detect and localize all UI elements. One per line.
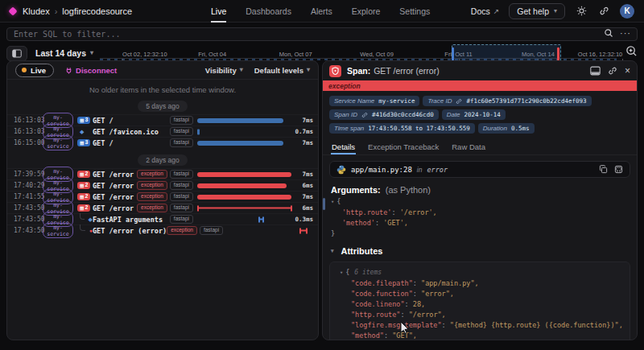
breadcrumb-project[interactable]: logfirecodesource <box>62 6 132 16</box>
breadcrumb-org[interactable]: Kludex <box>23 6 50 16</box>
zoom-in-button[interactable] <box>625 45 638 60</box>
span-count-badge[interactable]: ⊞2 <box>77 204 90 212</box>
get-help-button[interactable]: Get help ▾ <box>509 3 565 19</box>
theme-toggle-button[interactable] <box>575 5 588 18</box>
close-icon[interactable]: × <box>625 66 630 76</box>
top-bar: Kludex › logfirecodesource Live Dashboar… <box>0 0 644 23</box>
service-tag: my-service <box>43 223 73 238</box>
meta-service-name: Service Namemy-service <box>329 96 419 106</box>
attributes-heading[interactable]: ▾ Attributes <box>323 239 637 257</box>
copy-icon[interactable] <box>599 165 608 174</box>
code-frame-row[interactable]: app/main.py:28 in error <box>329 161 630 178</box>
fastapi-tag: fastapi <box>170 170 193 179</box>
duration-bar <box>197 183 287 188</box>
span-count-badge[interactable]: ⊞2 <box>77 193 90 200</box>
arguments-heading: Arguments: (as Python) <box>323 178 637 196</box>
collapse-caret-icon: ▾ <box>331 248 334 254</box>
levels-dropdown[interactable]: Default levels ▾ <box>254 66 310 75</box>
live-feed-header: Live Disconnect Visibility ▾ Default lev… <box>7 61 318 80</box>
python-icon <box>336 165 346 175</box>
tab-settings[interactable]: Settings <box>399 0 430 23</box>
duration-track <box>197 138 292 148</box>
tab-exception-traceback[interactable]: Exception Traceback <box>367 139 440 154</box>
log-row-child[interactable]: 17:43:50 my-service ● GET /error (error)… <box>7 224 318 236</box>
tab-details[interactable]: Details <box>331 139 356 154</box>
share-link-button[interactable] <box>597 5 610 18</box>
tree-connector <box>80 224 85 231</box>
time-range-dropdown[interactable]: Last 14 days ▾ <box>35 48 93 58</box>
tab-raw-data[interactable]: Raw Data <box>451 139 486 154</box>
meta-time-span: Time span17:43:50.558 to 17:43:50.559 <box>329 123 475 134</box>
duration-bar <box>197 118 283 123</box>
frame-file-path: app/main.py:28 <box>351 166 412 174</box>
duration-label: 7ms <box>292 139 313 146</box>
attr-key: "code.filepath" <box>351 279 413 287</box>
attributes-code-box: ▾{6 items "code.filepath": "app/main.py"… <box>329 261 630 340</box>
meta-span-id[interactable]: Span ID#416d30c0ccd46cd0 <box>329 109 439 120</box>
live-toggle-button[interactable]: Live <box>15 64 54 77</box>
exception-tag: exception <box>137 181 167 190</box>
timestamp: 16:15:00 <box>14 139 43 146</box>
span-count-badge[interactable]: ⊞2 <box>77 182 90 189</box>
log-row[interactable]: 16:15:00 my-service ⊞3 GET / fastapi 7ms <box>7 137 318 148</box>
service-tag: my-service <box>43 135 73 150</box>
meta-trace-id[interactable]: Trace ID#f1c60e57391d771c290c0b22cd4ef09… <box>423 96 591 106</box>
tab-alerts[interactable]: Alerts <box>311 0 332 23</box>
log-message: GET /error <box>93 182 134 190</box>
duration-label: 0.7ms <box>292 128 313 135</box>
expand-icon: ⊞ <box>80 171 84 178</box>
span-count-badge[interactable]: ⊞2 <box>77 171 90 178</box>
sidebar-toggle-button[interactable] <box>6 46 27 61</box>
span-count-badge[interactable]: ⊞3 <box>77 117 90 124</box>
span-metadata: Service Namemy-service Trace ID#f1c60e57… <box>323 91 637 137</box>
duration-bar <box>197 141 283 146</box>
timestamp: 17:43:50 <box>14 227 43 234</box>
sql-filter-input[interactable] <box>6 27 638 41</box>
arguments-mode-label: (as Python) <box>386 185 431 195</box>
disconnect-button[interactable]: Disconnect <box>65 66 117 75</box>
group-label-2-days-ago: 2 days ago <box>138 154 188 166</box>
expand-icon: ⊞ <box>80 205 84 212</box>
tick-label: Oct 02, 12:32:10 <box>122 51 167 58</box>
github-icon[interactable] <box>614 165 623 174</box>
timestamp: 16:13:03 <box>14 128 43 135</box>
timestamp: 17:43:50 <box>14 204 43 212</box>
user-avatar[interactable]: K <box>620 4 634 19</box>
fastapi-tag: fastapi <box>170 181 193 190</box>
attr-value: "/error", <box>409 311 446 319</box>
duration-bar <box>197 129 200 134</box>
no-older-items-message: No older items in the selected time wind… <box>7 85 318 94</box>
docs-link[interactable]: Docs ↗ <box>471 6 499 16</box>
collapse-caret-icon[interactable]: ▾ <box>331 199 334 205</box>
duration-bar <box>197 195 291 200</box>
link-icon <box>361 112 368 118</box>
fastapi-tag: fastapi <box>170 192 193 201</box>
timeline-selection[interactable] <box>452 44 561 62</box>
panel-scrollbar-thumb[interactable] <box>323 198 325 210</box>
timestamp: 16:13:03 <box>14 117 43 124</box>
tab-explore[interactable]: Explore <box>352 0 381 23</box>
attr-value: 28, <box>413 300 425 308</box>
exception-tag: exception <box>137 192 167 201</box>
tab-live[interactable]: Live <box>211 0 226 23</box>
arg-value: 'GET', <box>383 219 408 227</box>
exception-tag: exception <box>137 170 167 179</box>
search-icon[interactable] <box>604 28 613 38</box>
collapse-caret-icon[interactable]: ▾ <box>340 270 343 276</box>
dock-panel-icon[interactable] <box>590 66 601 76</box>
copy-link-icon[interactable] <box>608 66 617 76</box>
live-status-dot-icon <box>22 68 27 72</box>
exception-tag: exception <box>167 226 197 235</box>
duration-bar <box>197 172 291 177</box>
duration-track <box>197 126 292 137</box>
panel-layout-icon <box>12 49 22 58</box>
visibility-dropdown[interactable]: Visibility ▾ <box>205 66 243 75</box>
expand-icon: ⊞ <box>80 183 84 189</box>
timestamp: 17:40:29 <box>14 182 43 189</box>
tab-dashboards[interactable]: Dashboards <box>246 0 291 23</box>
span-count-badge[interactable]: ⊞3 <box>77 139 90 146</box>
fastapi-tag: fastapi <box>170 215 193 224</box>
group-label-5-days-ago: 5 days ago <box>138 101 188 112</box>
duration-label: 6ms <box>292 182 313 189</box>
main-nav: Live Dashboards Alerts Explore Settings <box>211 0 430 23</box>
